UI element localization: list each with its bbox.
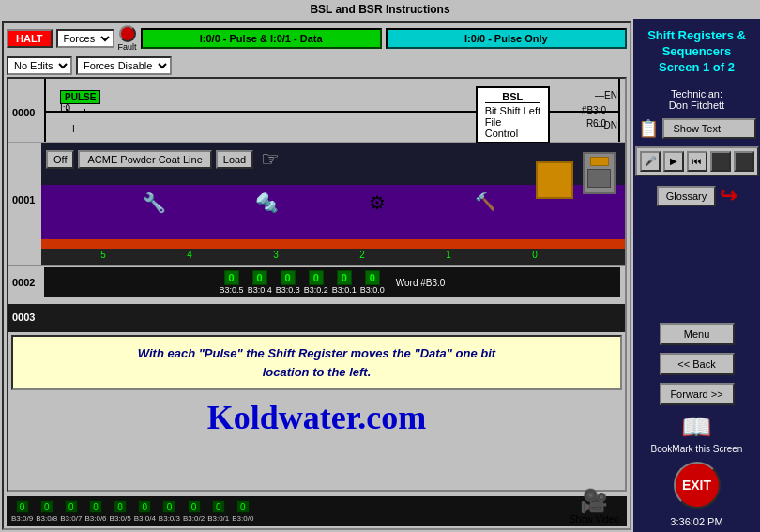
bit-b304-value: 0	[252, 270, 267, 285]
message-line1: With each "Pulse" the Shift Register mov…	[21, 344, 613, 363]
contact-bottom: I	[72, 124, 75, 134]
rung-0000-label: 0000	[12, 107, 35, 118]
rung-0003: 0003	[8, 304, 625, 332]
message-box: With each "Pulse" the Shift Register mov…	[11, 335, 622, 390]
rung-0000: 0000 PULSE I:0 I	[8, 79, 625, 143]
show-video-section[interactable]: 🎥 Show Video	[570, 488, 619, 524]
bit-b302: 0 B3:0.2	[304, 270, 328, 295]
bit-b302-label: B3:0.2	[304, 285, 328, 295]
rung-0003-label: 0003	[12, 312, 35, 323]
bsl-control: Control	[485, 128, 540, 139]
bottom-bit-b308: 0 B3:0/8	[36, 500, 57, 523]
window-title: BSL and BSR Instructions	[310, 3, 449, 16]
bit-b301: 0 B3:0.1	[332, 270, 357, 295]
arrow-icon: ↪	[720, 184, 737, 208]
menu-button[interactable]: Menu	[660, 323, 735, 345]
title-bar: BSL and BSR Instructions	[0, 0, 760, 19]
glossary-button[interactable]: Glossary	[657, 186, 716, 206]
bit-b304: 0 B3:0.4	[248, 270, 272, 295]
contact-symbol	[67, 109, 85, 113]
data-bits-display: 0 B3:0.5 0 B3:0.4 0 B3:0.3 0	[44, 267, 620, 297]
ladder-area: 0000 PULSE I:0 I	[7, 77, 627, 492]
pulse-label: PULSE	[60, 90, 100, 104]
bit-b304-label: B3:0.4	[248, 285, 272, 295]
video-camera-icon: 🎥	[580, 488, 608, 514]
show-text-row: 📋 Show Text	[638, 118, 756, 139]
bottom-bit-b305b: 0 B3:0/5	[110, 500, 131, 523]
no-edits-dropdown[interactable]: No Edits	[7, 56, 72, 75]
back-button[interactable]: << Back	[660, 353, 735, 375]
worker-3: ⚙	[369, 191, 386, 214]
bookmark-icon: 📖	[681, 413, 711, 442]
content-area: HALT Forces Fault I:0/0 - Pulse & I:0/1 …	[0, 19, 760, 532]
load-button[interactable]: Load	[216, 150, 253, 169]
bit-b305-label: B3:0.5	[220, 285, 244, 295]
status-pulse-only: I:0/0 - Pulse Only	[386, 28, 627, 49]
bsl-file: File	[485, 116, 540, 128]
technician-label: Technician:	[669, 88, 724, 99]
word-label: Word #B3:0	[396, 278, 446, 288]
main-container: BSL and BSR Instructions HALT Forces Fau…	[0, 0, 760, 532]
off-button[interactable]: Off	[46, 150, 74, 169]
conveyor-buttons: Off ACME Powder Coat Line Load ☞	[46, 147, 280, 172]
bsl-title: BSL	[485, 91, 540, 103]
bsl-en: —EN	[595, 90, 617, 100]
bsl-desc: Bit Shift Left	[485, 105, 540, 116]
bookmark-text: BookMark this Screen	[651, 444, 743, 454]
bit-b300-value: 0	[365, 270, 380, 285]
forces-dropdown[interactable]: Forces	[56, 29, 114, 48]
toolbar-row2: No Edits Forces Disable	[4, 54, 630, 77]
time-display: 3:36:02 PM	[670, 516, 722, 527]
stop-button2[interactable]	[734, 151, 754, 172]
electrical-panel	[583, 152, 616, 194]
bit-b305-value: 0	[224, 270, 239, 285]
worker-2: 🔩	[255, 191, 279, 214]
bottom-bit-b306: 0 B3:0/6	[84, 500, 106, 523]
rewind-button[interactable]: ⏮	[687, 151, 707, 172]
bit-b301-value: 0	[337, 270, 352, 285]
rung-0001-label: 0001	[12, 194, 35, 205]
forward-button[interactable]: Forward >>	[660, 383, 735, 405]
bsl-file-addr: #B3:0	[582, 105, 606, 115]
stop-button1[interactable]	[710, 151, 731, 172]
bit-b301-label: B3:0.1	[332, 285, 357, 295]
bit-b300-label: B3:0.0	[360, 285, 385, 295]
exit-button[interactable]: EXIT	[674, 462, 721, 509]
line-label-button[interactable]: ACME Powder Coat Line	[78, 150, 211, 169]
worker-4: 🔨	[475, 191, 495, 214]
halt-button[interactable]: HALT	[7, 29, 53, 48]
fault-circle	[119, 25, 136, 42]
bit-b300: 0 B3:0.0	[360, 270, 385, 295]
play-button[interactable]: ▶	[663, 151, 684, 172]
bottom-bit-b302b: 0 B3:0/2	[183, 500, 205, 523]
bottom-bit-b309: 0 B3:0/9	[11, 500, 33, 523]
rung-0002-label: 0002	[12, 277, 35, 288]
hand-icon: ☞	[261, 147, 280, 172]
conveyor-package	[536, 161, 573, 199]
bottom-bit-b300b: 0 B3:0/0	[232, 500, 253, 523]
bit-b302-value: 0	[309, 270, 324, 285]
rung-0002: 0002 0 B3:0.5 0 B3:0.4 0 B3:0	[8, 265, 625, 304]
bsl-box: BSL Bit Shift Left File Control	[476, 86, 550, 144]
technician-section: Technician: Don Fitchett	[669, 88, 724, 111]
bit-b303-value: 0	[281, 270, 296, 285]
rung-0001: 0001 Off ACME Powder Coat Line	[8, 143, 625, 265]
bookmark-section[interactable]: 📖 BookMark this Screen	[651, 413, 743, 454]
bsl-dn: —DN	[595, 120, 617, 130]
bottom-bit-b303b: 0 B3:0/3	[159, 500, 180, 523]
glossary-row: Glossary ↪	[657, 184, 737, 208]
workers-row: 🔧 🔩 ⚙ 🔨	[98, 191, 540, 214]
conveyor-scene: Off ACME Powder Coat Line Load ☞	[41, 143, 625, 265]
bottom-bit-b304b: 0 B3:0/4	[134, 500, 156, 523]
watermark: Koldwater.com	[8, 393, 625, 442]
media-controls: 🎤 ▶ ⏮	[635, 146, 759, 176]
show-text-button[interactable]: Show Text	[662, 118, 756, 139]
status-bar: I:0/0 - Pulse & I:0/1 - Data I:0/0 - Pul…	[141, 28, 627, 49]
show-video-label: Show Video	[570, 514, 619, 524]
mic-button[interactable]: 🎤	[640, 151, 661, 172]
right-panel-title: Shift Registers & Sequencers Screen 1 of…	[638, 23, 755, 81]
forces-disable-dropdown[interactable]: Forces Disable	[76, 56, 172, 75]
message-line2: location to the left.	[21, 363, 613, 382]
status-pulse-data: I:0/0 - Pulse & I:0/1 - Data	[141, 28, 382, 49]
bit-b303: 0 B3:0.3	[276, 270, 300, 295]
